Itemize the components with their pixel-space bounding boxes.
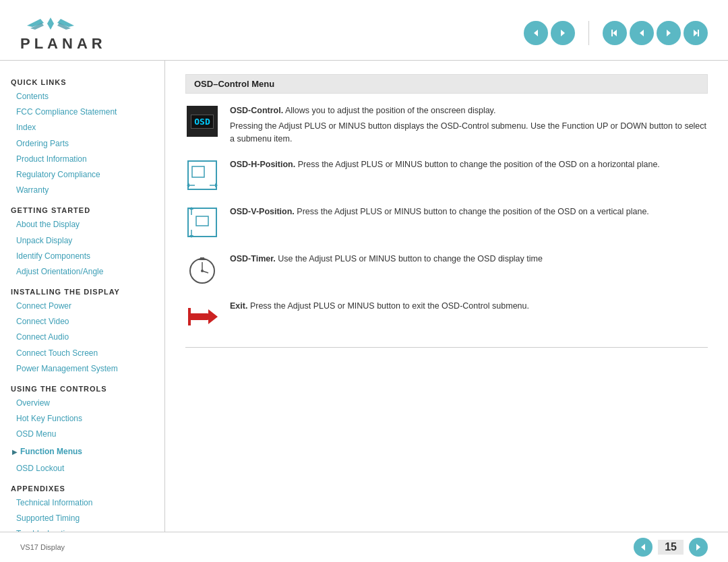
sidebar-link-osd-menu[interactable]: OSD Menu	[11, 427, 154, 442]
osd-h-position-title: OSD-H-Position.	[230, 160, 295, 169]
osd-h-position-desc: Press the Adjust PLUS or MINUS button to…	[298, 160, 660, 169]
quick-links-heading: Quick Links	[11, 78, 154, 86]
osd-exit-icon	[185, 300, 219, 334]
osd-v-position-title: OSD-V-Position.	[230, 207, 295, 216]
svg-rect-8	[698, 30, 699, 36]
sidebar-link-contents[interactable]: Contents	[11, 89, 154, 104]
page-number: 15	[658, 540, 684, 555]
sidebar-link-warranty[interactable]: Warranty	[11, 183, 154, 198]
nav-separator	[588, 21, 589, 45]
sidebar-link-fcc[interactable]: FCC Compliance Statement	[11, 104, 154, 120]
sidebar-link-connect-power[interactable]: Connect Power	[11, 299, 154, 314]
osd-control-icon: OSD	[185, 104, 219, 138]
last-button[interactable]	[684, 21, 708, 45]
svg-marker-3	[613, 30, 617, 36]
logo-wings	[20, 13, 81, 34]
chapter-prev-button[interactable]	[630, 21, 654, 45]
osd-exit-desc: Press the Adjust PLUS or MINUS button to…	[250, 301, 529, 311]
sidebar-item-function-menus[interactable]: ▶ Function Menus	[11, 443, 154, 461]
svg-marker-28	[208, 309, 218, 324]
svg-rect-27	[189, 313, 208, 320]
sidebar-link-hot-key[interactable]: Hot Key Functions	[11, 411, 154, 427]
appendixes-heading: Appendixes	[11, 485, 154, 493]
sidebar-link-index[interactable]: Index	[11, 120, 154, 135]
sidebar-link-overview[interactable]: Overview	[11, 396, 154, 411]
top-bar: PLANAR	[0, 0, 728, 61]
next-button[interactable]	[551, 21, 575, 45]
osd-control-text: OSD-Control. Allows you to adjust the po…	[230, 104, 708, 145]
osd-h-position-icon	[185, 158, 219, 192]
osd-v-position-icon	[185, 206, 219, 239]
osd-exit-text: Exit. Press the Adjust PLUS or MINUS but…	[230, 300, 708, 313]
sidebar-link-connect-audio[interactable]: Connect Audio	[11, 330, 154, 345]
sidebar-link-osd-lockout[interactable]: OSD Lockout	[11, 461, 154, 476]
page-navigation: 15	[634, 538, 708, 557]
sidebar-link-technical[interactable]: Technical Information	[11, 495, 154, 511]
svg-marker-6	[667, 30, 671, 36]
sidebar-link-unpack[interactable]: Unpack Display	[11, 233, 154, 249]
svg-marker-2	[561, 30, 565, 36]
installing-heading: Installing the Display	[11, 288, 154, 296]
page-next-button[interactable]	[689, 538, 708, 557]
svg-rect-15	[188, 208, 216, 237]
prev-next-group	[524, 21, 575, 45]
osd-control-main-desc: OSD-Control. Allows you to adjust the po…	[230, 104, 708, 117]
osd-item-v-position: OSD-V-Position. Press the Adjust PLUS or…	[185, 206, 708, 239]
sidebar-link-troubleshooting[interactable]: Troubleshooting	[11, 526, 154, 532]
section-title: OSD–Control Menu	[185, 74, 708, 94]
svg-marker-5	[640, 30, 644, 36]
chapter-nav-group	[603, 21, 708, 45]
logo-area: PLANAR	[20, 13, 107, 53]
sidebar-link-function-menus[interactable]: Function Menus	[19, 444, 88, 460]
planar-logo: PLANAR	[20, 13, 107, 53]
page-prev-button[interactable]	[634, 538, 653, 557]
navigation-buttons	[524, 21, 708, 45]
osd-control-sub-desc: Pressing the Adjust PLUS or MINUS button…	[230, 120, 708, 146]
svg-rect-4	[611, 30, 613, 36]
first-button[interactable]	[603, 21, 627, 45]
product-name: VS17 Display	[20, 543, 65, 551]
getting-started-heading: Getting Started	[11, 206, 154, 214]
svg-rect-29	[188, 308, 191, 325]
main-content: Quick Links Contents FCC Compliance Stat…	[0, 61, 728, 532]
sidebar-link-about-display[interactable]: About the Display	[11, 217, 154, 232]
svg-line-24	[202, 271, 208, 273]
svg-rect-16	[196, 216, 208, 226]
sidebar-link-connect-video[interactable]: Connect Video	[11, 314, 154, 330]
sidebar-link-product-info[interactable]: Product Information	[11, 152, 154, 167]
osd-item-exit: Exit. Press the Adjust PLUS or MINUS but…	[185, 300, 708, 334]
active-arrow-icon: ▶	[12, 448, 18, 456]
osd-h-position-text: OSD-H-Position. Press the Adjust PLUS or…	[230, 158, 708, 171]
osd-v-position-desc: Press the Adjust PLUS or MINUS button to…	[297, 207, 649, 216]
sidebar-link-ordering[interactable]: Ordering Parts	[11, 136, 154, 152]
osd-control-desc: Allows you to adjust the position of the…	[285, 106, 495, 115]
osd-control-title: OSD-Control.	[230, 106, 283, 115]
sidebar-link-adjust[interactable]: Adjust Orientation/Angle	[11, 264, 154, 280]
sidebar-link-identify[interactable]: Identify Components	[11, 249, 154, 264]
logo-text: PLANAR	[20, 35, 107, 53]
sidebar-link-regulatory[interactable]: Regulatory Compliance	[11, 167, 154, 183]
sidebar-link-connect-touch[interactable]: Connect Touch Screen	[11, 346, 154, 361]
osd-timer-icon	[185, 253, 219, 286]
chapter-next-button[interactable]	[657, 21, 681, 45]
osd-timer-desc: Use the Adjust PLUS or MINUS button to c…	[278, 254, 543, 263]
osd-item-h-position: OSD-H-Position. Press the Adjust PLUS or…	[185, 158, 708, 192]
osd-control-graphic: OSD	[187, 106, 218, 137]
svg-rect-10	[192, 166, 204, 177]
svg-marker-30	[641, 544, 645, 551]
controls-heading: Using the Controls	[11, 385, 154, 393]
osd-v-position-text: OSD-V-Position. Press the Adjust PLUS or…	[230, 206, 708, 218]
content-area: OSD–Control Menu OSD OSD-Control. Allows…	[165, 61, 728, 532]
osd-item-timer: OSD-Timer. Use the Adjust PLUS or MINUS …	[185, 253, 708, 286]
osd-exit-title: Exit.	[230, 301, 247, 311]
prev-button[interactable]	[524, 21, 548, 45]
content-divider	[185, 347, 708, 348]
sidebar-link-supported-timing[interactable]: Supported Timing	[11, 511, 154, 526]
svg-marker-7	[694, 30, 698, 36]
svg-marker-31	[696, 544, 700, 551]
osd-item-control: OSD OSD-Control. Allows you to adjust th…	[185, 104, 708, 145]
svg-marker-1	[534, 30, 538, 36]
osd-timer-title: OSD-Timer.	[230, 254, 276, 263]
sidebar-link-power-mgmt[interactable]: Power Management System	[11, 361, 154, 377]
osd-timer-text: OSD-Timer. Use the Adjust PLUS or MINUS …	[230, 253, 708, 266]
